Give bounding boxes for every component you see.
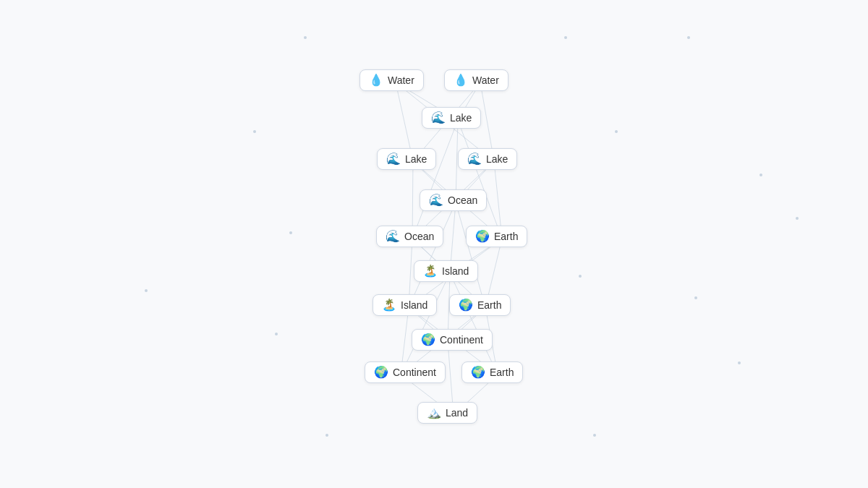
node-earth2[interactable]: 🌍Earth [449,294,511,316]
node-island1[interactable]: 🏝️Island [414,260,478,282]
decorative-dot [275,333,278,335]
node-label-water2: Water [472,74,499,86]
decorative-dot [253,130,256,133]
node-label-lake1: Lake [450,112,472,124]
svg-line-9 [412,120,458,239]
node-icon-earth3: 🌍 [471,367,485,378]
decorative-dot [289,231,292,234]
node-label-earth1: Earth [494,231,518,242]
decorative-dot [564,36,567,39]
node-icon-lake2: 🌊 [386,153,401,165]
node-label-island1: Island [442,265,469,277]
decorative-dot [738,361,741,364]
node-icon-ocean1: 🌊 [429,194,443,206]
svg-line-30 [450,273,498,374]
node-label-earth3: Earth [490,367,514,378]
node-label-earth2: Earth [477,299,501,311]
node-ocean1[interactable]: 🌊Ocean [420,189,487,211]
decorative-dot [615,130,618,133]
node-label-ocean1: Ocean [448,194,477,206]
node-lake2[interactable]: 🌊Lake [377,148,436,170]
node-earth3[interactable]: 🌍Earth [461,361,523,383]
svg-line-27 [401,273,450,374]
node-icon-water1: 💧 [369,74,383,86]
node-label-continent1: Continent [440,334,483,346]
node-label-water1: Water [388,74,414,86]
decorative-dot [687,36,690,39]
node-label-ocean2: Ocean [404,231,434,242]
node-icon-continent1: 🌍 [421,334,435,346]
node-lake3[interactable]: 🌊Lake [458,148,517,170]
node-water2[interactable]: 💧Water [444,69,509,91]
decorative-dot [796,217,799,220]
node-icon-continent2: 🌍 [374,367,388,378]
decorative-dot [593,434,596,437]
node-label-lake2: Lake [405,153,427,165]
decorative-dot [760,174,762,176]
node-icon-water2: 💧 [454,74,468,86]
node-label-lake3: Lake [486,153,508,165]
node-icon-island2: 🏝️ [382,299,396,311]
node-label-island2: Island [401,299,427,311]
node-continent1[interactable]: 🌍Continent [412,329,493,351]
node-icon-lake1: 🌊 [431,112,446,124]
decorative-dot [694,296,697,299]
decorative-dot [579,275,582,278]
node-icon-earth2: 🌍 [459,299,473,311]
node-island2[interactable]: 🏝️Island [373,294,437,316]
node-icon-earth1: 🌍 [475,231,490,242]
node-icon-land1: 🏔️ [427,407,441,419]
node-earth1[interactable]: 🌍Earth [466,226,527,247]
svg-line-12 [458,120,502,239]
svg-line-21 [456,202,485,307]
node-label-land1: Land [446,407,468,419]
decorative-dot [304,36,307,39]
svg-line-18 [409,202,456,307]
decorative-dot [145,289,148,292]
node-icon-lake3: 🌊 [467,153,482,165]
node-icon-island1: 🏝️ [423,265,438,277]
canvas: 💧Water💧Water🌊Lake🌊Lake🌊Lake🌊Ocean🌊Ocean🌍… [0,0,868,488]
node-land1[interactable]: 🏔️Land [417,402,477,424]
decorative-dot [326,434,328,437]
node-icon-ocean2: 🌊 [386,231,400,242]
node-ocean2[interactable]: 🌊Ocean [376,226,443,247]
node-lake1[interactable]: 🌊Lake [422,107,481,129]
node-water1[interactable]: 💧Water [359,69,424,91]
node-label-continent2: Continent [393,367,436,378]
node-continent2[interactable]: 🌍Continent [365,361,446,383]
